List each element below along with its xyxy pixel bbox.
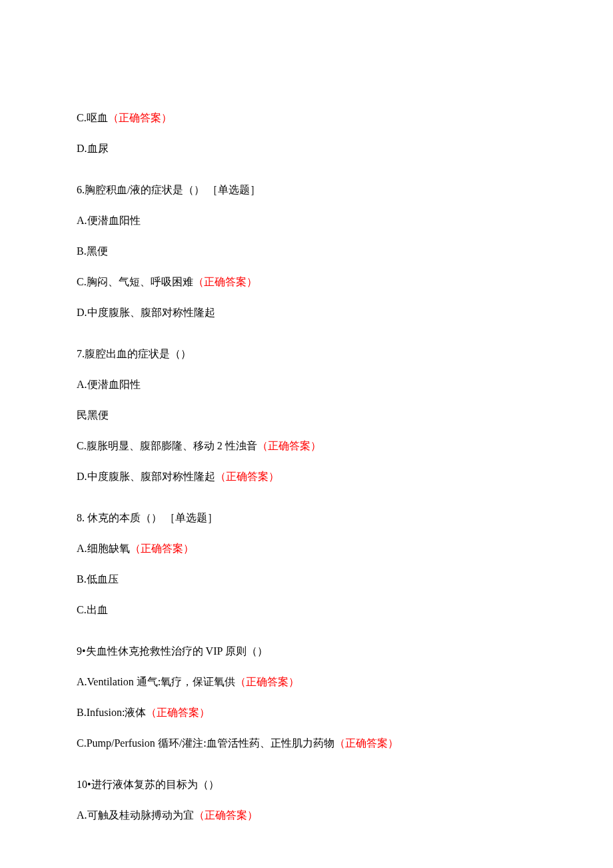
correct-answer-marker: （正确答案） xyxy=(193,276,257,287)
question-text: 胸腔积血/液的症状是（） ［单选题］ xyxy=(85,184,261,195)
correct-answer-marker: （正确答案） xyxy=(215,471,279,482)
document-page: C.呕血（正确答案） D.血尿 6.胸腔积血/液的症状是（） ［单选题］ A.便… xyxy=(0,0,613,868)
question-number: 9• xyxy=(77,645,86,657)
option-text: 便潜血阳性 xyxy=(87,379,141,390)
option-prefix: C. xyxy=(77,112,87,123)
question-text: 腹腔出血的症状是（） xyxy=(85,348,191,359)
q5-option-c: C.呕血（正确答案） xyxy=(77,110,536,126)
q5-option-d: D.血尿 xyxy=(77,141,536,157)
option-prefix: C. xyxy=(77,604,87,615)
q8-option-b: B.低血压 xyxy=(77,571,536,587)
option-text: 可触及桂动脉搏动为宜 xyxy=(87,809,194,821)
q10-stem: 10•进行液体复苏的目标为（） xyxy=(77,777,536,793)
option-text: 中度腹胀、腹部对称性隆起 xyxy=(87,471,215,482)
correct-answer-marker: （正确答案） xyxy=(235,676,299,687)
option-text: 血尿 xyxy=(87,143,109,154)
option-prefix: A. xyxy=(77,809,87,821)
q10-option-a: A.可触及桂动脉搏动为宜（正确答案） xyxy=(77,807,536,823)
option-prefix: A. xyxy=(77,379,87,390)
q6-option-b: B.黑便 xyxy=(77,243,536,259)
option-text: Infusion:液体 xyxy=(87,707,147,718)
option-text: 腹胀明显、腹部膨隆、移动 2 性浊音 xyxy=(87,440,257,451)
option-text: 呕血 xyxy=(87,112,108,123)
option-text: Pump/Perfusion 循环/灌注:血管活性药、正性肌力药物 xyxy=(87,737,334,749)
option-prefix: A. xyxy=(77,676,87,687)
q6-option-d: D.中度腹胀、腹部对称性隆起 xyxy=(77,305,536,321)
q8-option-a: A.细胞缺氧（正确答案） xyxy=(77,541,536,557)
option-text: 胸闷、气短、呼吸困难 xyxy=(87,276,193,287)
option-text: 出血 xyxy=(87,604,108,615)
q6-option-a: A.便潜血阳性 xyxy=(77,213,536,229)
question-number: 8. xyxy=(77,512,87,523)
correct-answer-marker: （正确答案） xyxy=(108,112,172,123)
q9-option-a: A.Ventilation 通气:氧疗，保证氧供（正确答案） xyxy=(77,674,536,690)
option-prefix: D. xyxy=(77,471,87,482)
question-text: 休克的本质（） ［单选题］ xyxy=(87,512,218,523)
q7-stem: 7.腹腔出血的症状是（） xyxy=(77,346,536,362)
correct-answer-marker: （正确答案） xyxy=(130,543,194,554)
q9-option-c: C.Pump/Perfusion 循环/灌注:血管活性药、正性肌力药物（正确答案… xyxy=(77,735,536,751)
option-prefix: 民 xyxy=(77,409,87,421)
option-text: 细胞缺氧 xyxy=(87,543,130,554)
q7-option-a: A.便潜血阳性 xyxy=(77,377,536,393)
q7-option-b: 民黑便 xyxy=(77,407,536,423)
option-text: 低血压 xyxy=(87,573,119,585)
q8-option-c: C.出血 xyxy=(77,602,536,618)
q9-stem: 9•失血性休克抢救性治疗的 VIP 原则（） xyxy=(77,643,536,659)
option-prefix: B. xyxy=(77,245,87,257)
q7-option-c: C.腹胀明显、腹部膨隆、移动 2 性浊音（正确答案） xyxy=(77,438,536,454)
question-text: 进行液体复苏的目标为（） xyxy=(91,779,219,790)
correct-answer-marker: （正确答案） xyxy=(334,737,398,749)
q7-option-d: D.中度腹胀、腹部对称性隆起（正确答案） xyxy=(77,469,536,485)
option-prefix: A. xyxy=(77,215,87,226)
question-number: 7. xyxy=(77,348,85,359)
option-prefix: B. xyxy=(77,707,87,718)
option-prefix: C. xyxy=(77,276,87,287)
correct-answer-marker: （正确答案） xyxy=(257,440,321,451)
correct-answer-marker: （正确答案） xyxy=(194,809,258,821)
q6-option-c: C.胸闷、气短、呼吸困难（正确答案） xyxy=(77,274,536,290)
option-text: 中度腹胀、腹部对称性隆起 xyxy=(87,307,215,318)
option-text: 黑便 xyxy=(87,409,109,421)
question-number: 6. xyxy=(77,184,85,195)
option-text: 便潜血阳性 xyxy=(87,215,141,226)
correct-answer-marker: （正确答案） xyxy=(146,707,210,718)
option-prefix: D. xyxy=(77,143,87,154)
question-text: 失血性休克抢救性治疗的 VIP 原则（） xyxy=(86,645,268,657)
option-prefix: C. xyxy=(77,440,87,451)
option-prefix: A. xyxy=(77,543,87,554)
option-text: Ventilation 通气:氧疗，保证氧供 xyxy=(87,676,236,687)
question-number: 10• xyxy=(77,779,91,790)
q8-stem: 8. 休克的本质（） ［单选题］ xyxy=(77,510,536,526)
q6-stem: 6.胸腔积血/液的症状是（） ［单选题］ xyxy=(77,182,536,198)
option-prefix: C. xyxy=(77,737,87,749)
option-text: 黑便 xyxy=(87,245,108,257)
option-prefix: D. xyxy=(77,307,87,318)
q9-option-b: B.Infusion:液体（正确答案） xyxy=(77,705,536,721)
option-prefix: B. xyxy=(77,573,87,585)
